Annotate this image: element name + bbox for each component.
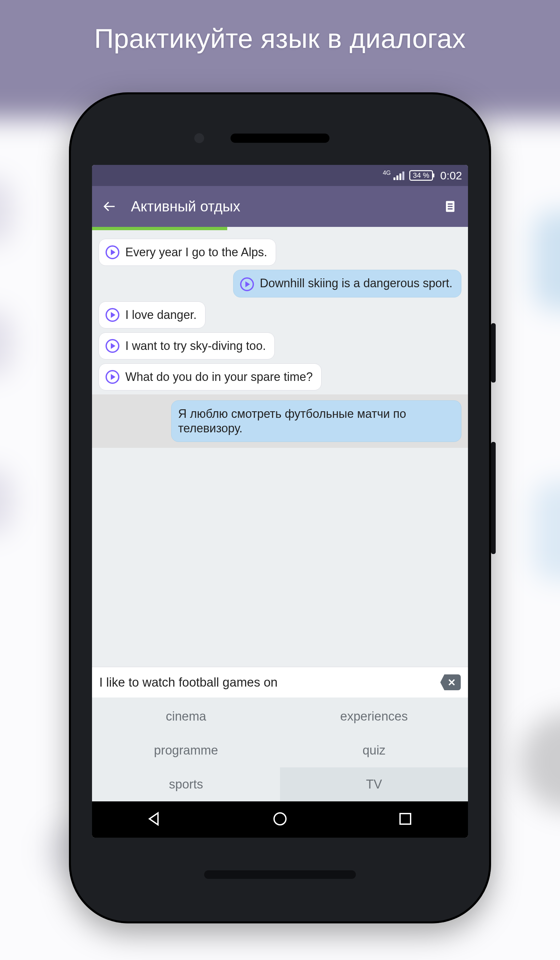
- message-text: I want to try sky-diving too.: [125, 339, 266, 353]
- android-nav-bar: [92, 802, 468, 838]
- volume-rocker-hardware: [491, 442, 496, 554]
- word-option[interactable]: quiz: [280, 733, 468, 767]
- message-bubble[interactable]: What do you do in your spare time?: [99, 363, 322, 390]
- battery-icon: 34 %: [409, 170, 433, 181]
- message-bubble[interactable]: Every year I go to the Alps.: [99, 239, 276, 266]
- svg-point-6: [274, 813, 286, 825]
- typed-sentence-bar: I like to watch football games on ✕: [92, 667, 468, 698]
- notes-button[interactable]: [440, 197, 460, 216]
- nav-back-button[interactable]: [146, 810, 163, 829]
- back-button[interactable]: [100, 197, 120, 216]
- message-text: I love danger.: [125, 308, 197, 322]
- message-row: Downhill skiing is a dangerous sport.: [99, 270, 461, 298]
- word-option[interactable]: experiences: [280, 699, 468, 733]
- answer-prompt-bubble: Я люблю смотреть футбольные матчи по тел…: [171, 400, 461, 442]
- play-audio-icon[interactable]: [106, 370, 119, 384]
- word-option[interactable]: cinema: [92, 699, 280, 733]
- nav-home-button[interactable]: [271, 810, 289, 829]
- message-text: Downhill skiing is a dangerous sport.: [260, 276, 453, 291]
- message-bubble[interactable]: I want to try sky-diving too.: [99, 333, 275, 360]
- status-bar: 4G 34 % 0:02: [92, 165, 468, 186]
- word-option[interactable]: sports: [92, 767, 280, 802]
- word-option[interactable]: programme: [92, 733, 280, 767]
- typed-text: I like to watch football games on: [99, 675, 440, 690]
- arrow-left-icon: [102, 199, 117, 214]
- message-row: Every year I go to the Alps.: [99, 239, 461, 266]
- play-audio-icon[interactable]: [106, 308, 119, 322]
- earpiece: [230, 134, 330, 143]
- screen: 4G 34 % 0:02 Активный отдых: [92, 165, 468, 838]
- message-bubble[interactable]: Downhill skiing is a dangerous sport.: [233, 270, 461, 298]
- svg-rect-7: [400, 814, 411, 824]
- answer-prompt-text: Я люблю смотреть футбольные матчи по тел…: [178, 406, 453, 436]
- svg-marker-5: [149, 813, 158, 825]
- message-row: What do you do in your spare time?: [99, 363, 461, 390]
- message-text: Every year I go to the Alps.: [125, 245, 267, 259]
- progress-fill: [92, 227, 227, 230]
- message-text: What do you do in your spare time?: [125, 370, 313, 384]
- message-row: I want to try sky-diving too.: [99, 333, 461, 360]
- app-bar: Активный отдых: [92, 186, 468, 227]
- word-bank: cinema experiences programme quiz sports…: [92, 698, 468, 802]
- app-bar-title: Активный отдых: [131, 198, 429, 215]
- chat-area: Every year I go to the Alps. Downhill sk…: [92, 230, 468, 667]
- page-title: Практикуйте язык в диалогах: [0, 23, 560, 54]
- message-bubble[interactable]: I love danger.: [99, 301, 205, 328]
- phone-frame: 4G 34 % 0:02 Активный отдых: [69, 92, 491, 923]
- signal-icon: [394, 171, 405, 180]
- document-icon: [443, 199, 458, 214]
- status-time: 0:02: [440, 169, 462, 182]
- play-audio-icon[interactable]: [106, 245, 119, 259]
- power-button-hardware: [491, 323, 496, 382]
- play-audio-icon[interactable]: [240, 277, 254, 291]
- word-option-selected[interactable]: TV: [280, 767, 468, 802]
- backspace-button[interactable]: ✕: [440, 674, 461, 690]
- speaker-slot: [204, 870, 356, 879]
- circle-home-icon: [271, 810, 289, 827]
- message-row: I love danger.: [99, 301, 461, 328]
- play-audio-icon[interactable]: [106, 339, 119, 353]
- answer-band: Я люблю смотреть футбольные матчи по тел…: [92, 394, 468, 448]
- nav-recent-button[interactable]: [397, 810, 414, 829]
- close-icon: ✕: [448, 677, 456, 688]
- square-recent-icon: [397, 810, 414, 827]
- progress-track: [92, 227, 468, 230]
- front-camera: [194, 133, 204, 143]
- network-label: 4G: [383, 170, 391, 176]
- triangle-back-icon: [146, 810, 163, 827]
